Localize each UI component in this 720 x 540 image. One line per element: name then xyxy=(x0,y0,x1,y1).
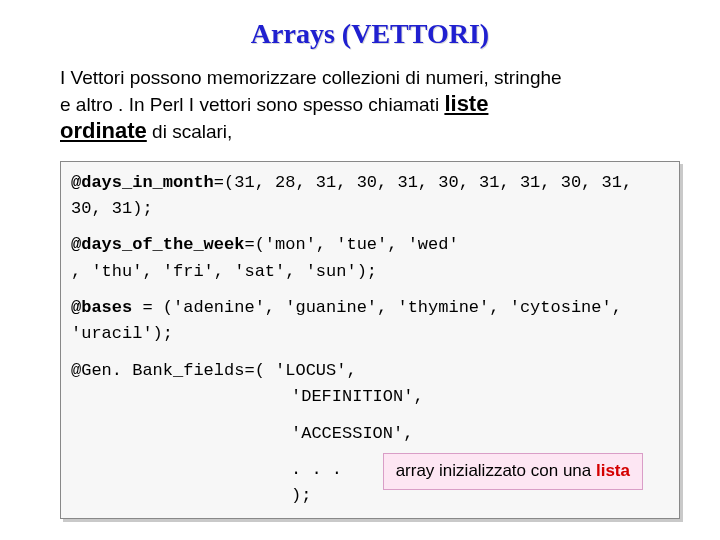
callout-text: array inizializzato con una xyxy=(396,461,596,480)
var-bases: @bases xyxy=(71,298,132,317)
var-days-in-month: @days_in_month xyxy=(71,173,214,192)
intro-line1: I Vettori possono memorizzare collezioni… xyxy=(60,67,562,88)
code-line-1: @days_in_month=(31, 28, 31, 30, 31, 30, … xyxy=(71,170,669,223)
var-days-of-week: @days_of_the_week xyxy=(71,235,244,254)
code-line-4b: 'DEFINITION', xyxy=(71,384,669,410)
code-line-4a: @Gen. Bank_fields=( 'LOCUS', xyxy=(71,358,669,384)
slide-title: Arrays (VETTORI) xyxy=(60,18,680,50)
term-ordinate: ordinate xyxy=(60,118,147,143)
code-box: @days_in_month=(31, 28, 31, 30, 31, 30, … xyxy=(60,161,680,519)
code-line-4c: 'ACCESSION', xyxy=(71,421,669,447)
intro-line2a: e altro . In Perl I vettori sono spesso … xyxy=(60,94,444,115)
code-line-3c: 'uracil'); xyxy=(71,321,669,347)
intro-text: I Vettori possono memorizzare collezioni… xyxy=(60,66,680,145)
slide: Arrays (VETTORI) I Vettori possono memor… xyxy=(0,0,720,540)
code-line-2: @days_of_the_week=('mon', 'tue', 'wed' xyxy=(71,232,669,258)
code-line-2c: , 'thu', 'fri', 'sat', 'sun'); xyxy=(71,259,669,285)
term-liste: liste xyxy=(444,91,488,116)
code-l3b: = ('adenine', 'guanine', 'thymine', 'cyt… xyxy=(132,298,622,317)
intro-tail: di scalari, xyxy=(147,121,233,142)
code-l2b: =('mon', 'tue', 'wed' xyxy=(244,235,458,254)
code-line-3: @bases = ('adenine', 'guanine', 'thymine… xyxy=(71,295,669,321)
callout-lista: lista xyxy=(596,461,630,480)
callout-box: array inizializzato con una lista xyxy=(383,453,643,489)
